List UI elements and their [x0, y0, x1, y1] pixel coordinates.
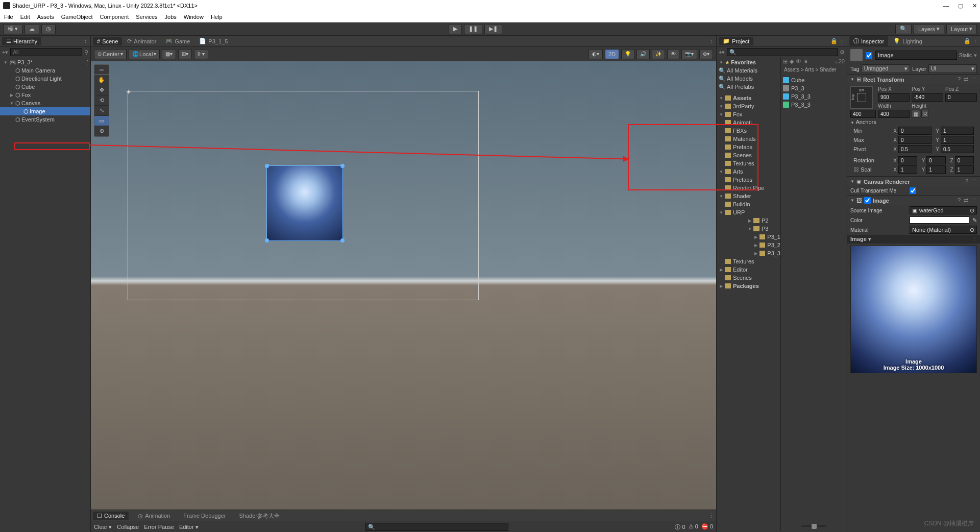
width-field[interactable] — [850, 110, 876, 118]
play-button[interactable]: ▶ — [449, 24, 462, 34]
material-field[interactable]: None (Material)⊙ — [910, 226, 977, 234]
rotate-tool-icon[interactable]: ⟲ — [94, 95, 109, 106]
pivot-x[interactable] — [898, 145, 932, 153]
layer-dropdown[interactable]: UI▾ — [928, 64, 977, 73]
tab-inspector[interactable]: ⓘ Inspector — [849, 36, 888, 46]
pivot-y[interactable] — [941, 145, 974, 153]
tab-game[interactable]: 🎮 Game — [161, 37, 194, 45]
filter-fav-icon[interactable]: ★ — [803, 58, 808, 65]
folder-item[interactable]: Prefabs — [717, 176, 780, 184]
eyedropper-icon[interactable]: ✎ — [972, 217, 977, 224]
thumbnail-size-slider[interactable] — [781, 523, 847, 529]
fav-item[interactable]: 🔍 All Prefabs — [717, 83, 780, 91]
folder-item[interactable]: Materials — [717, 135, 780, 143]
pause-button[interactable]: ❚❚ — [464, 24, 482, 34]
help-icon[interactable]: ? — [958, 76, 961, 83]
folder-item[interactable]: ▶Editor — [717, 265, 780, 274]
folder-item[interactable]: ▼3rdParty — [717, 102, 780, 110]
error-pause-toggle[interactable]: Error Pause — [144, 524, 174, 530]
help-icon[interactable]: ? — [958, 197, 961, 204]
cull-transparent-toggle[interactable] — [910, 187, 916, 194]
pivot-dropdown[interactable]: ⊙Center▾ — [94, 49, 127, 59]
image-section-header[interactable]: Image ▾⋮ — [847, 235, 980, 244]
menu-help[interactable]: Help — [211, 14, 223, 20]
source-image-field[interactable]: ▣waterGod⊙ — [910, 206, 977, 214]
menu-assets[interactable]: Assets — [37, 14, 54, 20]
step-button[interactable]: ▶❚ — [484, 24, 502, 34]
folder-item[interactable]: ▼P3 — [717, 225, 780, 233]
scl-x[interactable] — [898, 165, 917, 174]
create-dropdown-icon[interactable]: +▾ — [2, 49, 8, 56]
anchor-max-y[interactable] — [941, 136, 974, 144]
fx-icon[interactable]: ✨ — [652, 49, 665, 59]
folder-item[interactable]: Textures — [717, 159, 780, 167]
filter-type-icon[interactable]: ⊞ — [783, 58, 788, 65]
posx-field[interactable] — [878, 93, 910, 102]
view-tool-icon[interactable]: ═ — [94, 65, 109, 75]
shading-dropdown[interactable]: ◐▾ — [589, 49, 603, 59]
selected-image[interactable] — [266, 165, 343, 241]
help-icon[interactable]: ? — [965, 178, 968, 185]
editor-dropdown[interactable]: Editor ▾ — [179, 524, 199, 530]
hierarchy-item[interactable]: ▶⬡ Fox — [0, 91, 90, 99]
tab-p315[interactable]: 📄 P3_1_5 — [195, 37, 232, 45]
settings-icon[interactable]: ◷ — [41, 24, 56, 34]
menu-component[interactable]: Component — [100, 14, 129, 20]
tab-lighting[interactable]: 💡 Lighting — [889, 37, 926, 45]
anchor-min-y[interactable] — [941, 127, 974, 135]
folder-item[interactable]: ▶P3_3 — [717, 249, 780, 257]
hierarchy-item[interactable]: ⬡ Directional Light — [0, 75, 90, 83]
hierarchy-item[interactable]: ⬡ Main Camera — [0, 66, 90, 75]
light-icon[interactable]: 💡 — [621, 49, 634, 59]
preset-icon[interactable]: ⇄ — [964, 197, 968, 204]
grid-icon[interactable]: ▦▾ — [162, 49, 176, 59]
raw-edit-icon[interactable]: R — [921, 110, 929, 118]
height-field[interactable] — [878, 110, 910, 118]
camera-icon[interactable]: 📷▾ — [681, 49, 697, 59]
search-icon[interactable]: ⚲ — [84, 49, 88, 56]
scale-tool-icon[interactable]: ⤡ — [94, 106, 109, 116]
hierarchy-item-image[interactable]: ⬡ Image — [0, 107, 90, 115]
clear-button[interactable]: Clear ▾ — [94, 524, 112, 530]
audio-icon[interactable]: 🔊 — [636, 49, 650, 59]
folder-item[interactable]: Scenes — [717, 274, 780, 282]
hierarchy-scene[interactable]: ▼🎮 P3_3*⋮ — [0, 58, 90, 66]
static-dropdown[interactable]: ▾ — [974, 52, 977, 59]
folder-item[interactable]: ▼Arts — [717, 167, 780, 176]
hierarchy-search[interactable] — [10, 48, 82, 56]
blueprint-icon[interactable]: ▦ — [912, 110, 920, 118]
create-icon[interactable]: +▾ — [719, 49, 725, 56]
hidden-icon[interactable]: 👁 — [667, 49, 679, 59]
tab-shader-ref[interactable]: Shader参考大全 — [235, 511, 283, 521]
menu-icon[interactable]: ⋮ — [971, 76, 977, 83]
rect-transform-header[interactable]: ▼⊞ Rect Transform ?⇄⋮ — [847, 74, 980, 84]
folder-item[interactable]: ▼URP — [717, 208, 780, 216]
cloud-icon[interactable]: ☁ — [24, 24, 39, 34]
filter-hidden-icon[interactable]: 👁 — [796, 58, 801, 65]
gizmos-icon[interactable]: ⊕▾ — [699, 49, 713, 59]
tab-project[interactable]: 📁 Project — [719, 37, 753, 45]
tab-animation[interactable]: ◷ Animation — [134, 512, 174, 520]
hand-tool-icon[interactable]: ✋ — [94, 75, 109, 85]
posz-field[interactable] — [945, 93, 977, 102]
link-icon[interactable]: ⛓ — [853, 166, 859, 173]
minimize-button[interactable]: — — [943, 3, 949, 9]
maximize-button[interactable]: ▢ — [958, 3, 963, 9]
packages-folder[interactable]: ▶Packages — [717, 282, 780, 290]
tag-dropdown[interactable]: Untagged▾ — [862, 64, 910, 73]
asset-item[interactable]: P3_3_3 — [783, 101, 845, 109]
warn-count[interactable]: ⚠ 0 — [689, 523, 698, 531]
filter-icon[interactable]: ⚙ — [840, 49, 845, 56]
menu-services[interactable]: Services — [136, 14, 157, 20]
fav-item[interactable]: 🔍 All Materials — [717, 66, 780, 75]
folder-item[interactable]: ▶P2 — [717, 216, 780, 225]
rect-tool-icon[interactable]: ▭ — [94, 116, 109, 126]
canvas-renderer-header[interactable]: ▼◉ Canvas Renderer ?⋮ — [847, 176, 980, 186]
folder-item[interactable]: Scenes — [717, 151, 780, 159]
inspector-lock-icon[interactable]: 🔒 ⋮ — [964, 38, 978, 44]
scl-z[interactable] — [955, 165, 974, 174]
folder-item[interactable]: ▼Shader — [717, 192, 780, 200]
tab-frame-debugger[interactable]: Frame Debugger — [179, 512, 230, 520]
anchor-max-x[interactable] — [898, 136, 932, 144]
image-enabled-toggle[interactable] — [864, 197, 871, 204]
